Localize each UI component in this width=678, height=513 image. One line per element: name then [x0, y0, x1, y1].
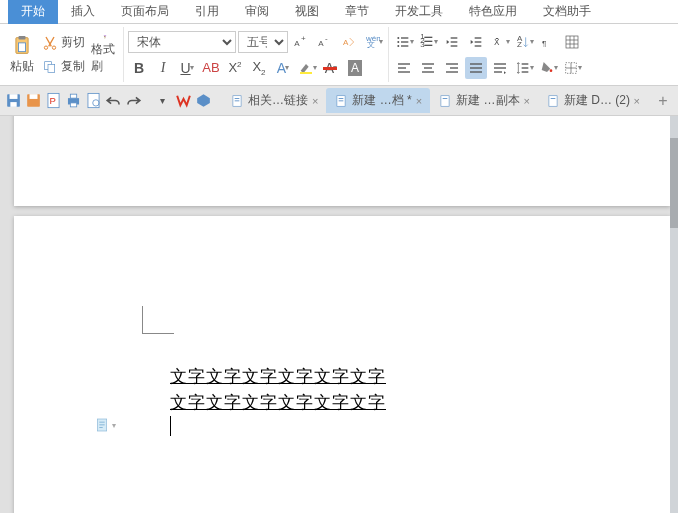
svg-rect-76: [70, 103, 76, 107]
text-line-2[interactable]: 文字文字文字文字文字文字: [170, 390, 386, 416]
text-effect-button[interactable]: A▾: [272, 57, 294, 79]
show-marks-button[interactable]: ¶: [537, 31, 559, 53]
font-size-select[interactable]: 五号: [238, 31, 288, 53]
svg-rect-45: [398, 63, 410, 64]
wps-logo-icon[interactable]: [174, 90, 193, 112]
copy-button[interactable]: 复制: [38, 56, 89, 78]
phonetic-guide-button[interactable]: wén文▾: [362, 31, 384, 53]
svg-rect-17: [323, 67, 337, 70]
asian-layout-button[interactable]: X̄▾: [489, 31, 511, 53]
bold-button[interactable]: B: [128, 57, 150, 79]
redo-button[interactable]: [124, 90, 143, 112]
align-left-button[interactable]: [393, 57, 415, 79]
underline-button[interactable]: U▾: [176, 57, 198, 79]
cloud-icon[interactable]: [194, 90, 213, 112]
cut-button[interactable]: 剪切: [38, 32, 89, 54]
paragraph-options-icon[interactable]: ▾: [94, 416, 116, 434]
doc-tab-1[interactable]: 相关…链接×: [222, 88, 326, 113]
close-icon[interactable]: ×: [312, 95, 318, 107]
menu-insert[interactable]: 插入: [58, 0, 108, 24]
format-painter-button[interactable]: 格式刷: [91, 35, 119, 75]
menu-bar: 开始 插入 页面布局 引用 审阅 视图 章节 开发工具 特色应用 文档助手: [0, 0, 678, 24]
quick-toolbar: P ▾ 相关…链接× 新建 …档 *× 新建 …副本× 新建 D… (2)× +: [0, 86, 678, 116]
align-right-button[interactable]: [441, 57, 463, 79]
svg-rect-60: [521, 63, 528, 64]
svg-rect-6: [48, 64, 55, 72]
svg-rect-1: [19, 35, 26, 39]
menu-special[interactable]: 特色应用: [456, 0, 530, 24]
table-button[interactable]: [561, 31, 583, 53]
shading-button[interactable]: ▾: [537, 57, 559, 79]
new-tab-button[interactable]: +: [652, 90, 674, 112]
svg-rect-90: [99, 422, 104, 423]
doc-tab-4[interactable]: 新建 D… (2)×: [538, 88, 648, 113]
scrollbar-thumb[interactable]: [670, 138, 678, 228]
document-text[interactable]: 文字文字文字文字文字文字 文字文字文字文字文字文字: [170, 364, 386, 415]
menu-dev[interactable]: 开发工具: [382, 0, 456, 24]
align-center-button[interactable]: [417, 57, 439, 79]
clear-format-button[interactable]: A: [338, 31, 360, 53]
svg-point-63: [549, 69, 552, 72]
paste-button[interactable]: 粘贴: [8, 35, 36, 75]
increase-indent-button[interactable]: [465, 31, 487, 53]
svg-text:A: A: [343, 38, 349, 47]
line-spacing-button[interactable]: ▾: [513, 57, 535, 79]
svg-rect-55: [470, 67, 482, 68]
close-icon[interactable]: ×: [524, 95, 530, 107]
menu-helper[interactable]: 文档助手: [530, 0, 604, 24]
svg-rect-57: [494, 63, 506, 64]
doc-tab-3[interactable]: 新建 …副本×: [430, 88, 538, 113]
more-button[interactable]: ▾: [154, 90, 173, 112]
close-icon[interactable]: ×: [416, 95, 422, 107]
svg-rect-32: [451, 45, 458, 46]
numbering-button[interactable]: 123▾: [417, 31, 439, 53]
undo-button[interactable]: [104, 90, 123, 112]
svg-text:¶: ¶: [542, 39, 546, 48]
menu-review[interactable]: 审阅: [232, 0, 282, 24]
font-name-select[interactable]: 宋体: [128, 31, 236, 53]
align-justify-button[interactable]: [465, 57, 487, 79]
decrease-indent-button[interactable]: [441, 31, 463, 53]
document-canvas[interactable]: 文字文字文字文字文字文字 文字文字文字文字文字文字 ▾: [0, 116, 678, 513]
strike-button[interactable]: AB: [200, 57, 222, 79]
save-button[interactable]: [4, 90, 23, 112]
superscript-button[interactable]: X2: [224, 57, 246, 79]
svg-point-4: [52, 46, 55, 49]
svg-rect-35: [475, 45, 482, 46]
menu-ref[interactable]: 引用: [182, 0, 232, 24]
svg-rect-62: [521, 71, 528, 72]
svg-rect-25: [424, 36, 432, 37]
highlight-button[interactable]: ▾: [296, 57, 318, 79]
close-icon[interactable]: ×: [634, 95, 640, 107]
print-button[interactable]: [64, 90, 83, 112]
svg-rect-47: [398, 71, 410, 72]
menu-start[interactable]: 开始: [8, 0, 58, 24]
subscript-button[interactable]: X2: [248, 57, 270, 79]
saveas-button[interactable]: [24, 90, 43, 112]
svg-rect-46: [398, 67, 406, 68]
menu-layout[interactable]: 页面布局: [108, 0, 182, 24]
svg-rect-21: [401, 41, 408, 42]
preview-button[interactable]: [84, 90, 103, 112]
borders-button[interactable]: ▾: [561, 57, 583, 79]
font-color-button[interactable]: A▾: [320, 57, 342, 79]
svg-rect-87: [549, 95, 557, 106]
svg-rect-85: [441, 95, 449, 106]
menu-chapter[interactable]: 章节: [332, 0, 382, 24]
svg-rect-30: [451, 37, 458, 38]
svg-rect-49: [424, 67, 432, 68]
export-pdf-button[interactable]: P: [44, 90, 63, 112]
svg-rect-23: [401, 45, 408, 46]
bullets-button[interactable]: ▾: [393, 31, 415, 53]
char-shading-button[interactable]: A: [344, 57, 366, 79]
shrink-font-button[interactable]: A-: [314, 31, 336, 53]
distribute-button[interactable]: [489, 57, 511, 79]
italic-button[interactable]: I: [152, 57, 174, 79]
sort-button[interactable]: AZ▾: [513, 31, 535, 53]
grow-font-button[interactable]: A+: [290, 31, 312, 53]
menu-view[interactable]: 视图: [282, 0, 332, 24]
text-line-1[interactable]: 文字文字文字文字文字文字: [170, 364, 386, 390]
page-current[interactable]: 文字文字文字文字文字文字 文字文字文字文字文字文字 ▾: [14, 216, 670, 513]
doc-tab-2[interactable]: 新建 …档 *×: [326, 88, 430, 113]
svg-rect-61: [521, 67, 528, 68]
